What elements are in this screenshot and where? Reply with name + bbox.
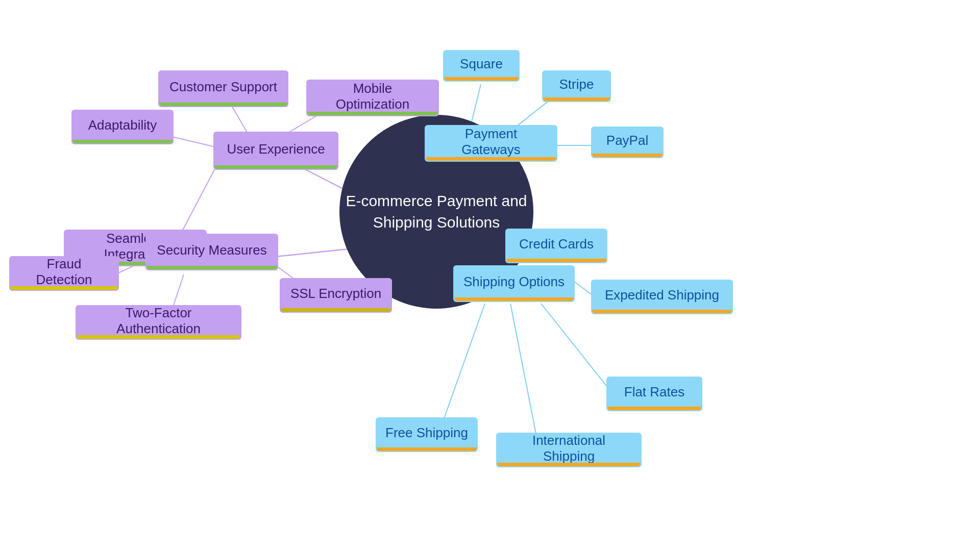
svg-line-16 bbox=[541, 304, 610, 390]
underline bbox=[497, 463, 641, 466]
node-mobile-optimization[interactable]: Mobile Optimization bbox=[306, 80, 439, 116]
node-credit-cards[interactable]: Credit Cards bbox=[505, 229, 607, 263]
underline bbox=[307, 112, 438, 115]
label-ssl-encryption: SSL Encryption bbox=[290, 286, 381, 302]
underline bbox=[146, 266, 277, 269]
node-two-factor-auth[interactable]: Two-Factor Authentication bbox=[76, 305, 241, 340]
node-shipping-options[interactable]: Shipping Options bbox=[453, 265, 575, 302]
node-ssl-encryption[interactable]: SSL Encryption bbox=[280, 278, 392, 313]
label-payment-gateways: Payment Gateways bbox=[434, 126, 548, 158]
label-shipping-options: Shipping Options bbox=[463, 274, 565, 290]
center-label: E-commerce Payment and Shipping Solution… bbox=[339, 185, 533, 238]
underline bbox=[426, 157, 556, 161]
label-stripe: Stripe bbox=[559, 77, 594, 92]
underline bbox=[543, 97, 610, 101]
node-international-shipping[interactable]: International Shipping bbox=[496, 433, 642, 467]
underline bbox=[10, 286, 118, 290]
label-mobile-optimization: Mobile Optimization bbox=[315, 81, 430, 112]
label-user-experience: User Experience bbox=[227, 141, 325, 157]
label-international-shipping: International Shipping bbox=[505, 433, 632, 464]
label-paypal: PayPal bbox=[606, 133, 648, 148]
label-customer-support: Customer Support bbox=[169, 79, 277, 95]
underline bbox=[377, 447, 477, 451]
node-stripe[interactable]: Stripe bbox=[542, 70, 611, 102]
underline bbox=[444, 77, 519, 81]
underline bbox=[592, 154, 663, 157]
label-flat-rates: Flat Rates bbox=[624, 384, 685, 400]
node-user-experience[interactable]: User Experience bbox=[213, 132, 338, 170]
node-flat-rates[interactable]: Flat Rates bbox=[606, 377, 702, 411]
underline bbox=[506, 259, 606, 262]
node-security-measures[interactable]: Security Measures bbox=[145, 234, 278, 270]
underline bbox=[454, 297, 574, 301]
underline bbox=[592, 310, 732, 313]
svg-line-8 bbox=[174, 274, 184, 305]
label-adaptability: Adaptability bbox=[88, 117, 157, 133]
underline bbox=[607, 407, 701, 410]
node-expedited-shipping[interactable]: Expedited Shipping bbox=[591, 280, 733, 314]
label-expedited-shipping: Expedited Shipping bbox=[605, 287, 719, 303]
label-square: Square bbox=[460, 56, 503, 72]
label-credit-cards: Credit Cards bbox=[519, 236, 594, 252]
label-security-measures: Security Measures bbox=[157, 242, 266, 258]
label-free-shipping: Free Shipping bbox=[385, 425, 468, 441]
underline bbox=[281, 308, 391, 312]
svg-line-17 bbox=[444, 304, 485, 418]
underline bbox=[159, 103, 287, 106]
label-fraud-detection: Fraud Detection bbox=[18, 256, 110, 288]
underline bbox=[214, 165, 337, 169]
node-adaptability[interactable]: Adaptability bbox=[71, 110, 174, 144]
node-free-shipping[interactable]: Free Shipping bbox=[376, 417, 478, 452]
node-customer-support[interactable]: Customer Support bbox=[158, 70, 288, 107]
underline bbox=[72, 140, 173, 143]
label-two-factor-auth: Two-Factor Authentication bbox=[85, 305, 232, 337]
node-payment-gateways[interactable]: Payment Gateways bbox=[425, 125, 557, 162]
node-square[interactable]: Square bbox=[443, 50, 520, 82]
svg-line-18 bbox=[510, 304, 536, 434]
node-fraud-detection[interactable]: Fraud Detection bbox=[9, 256, 119, 291]
underline bbox=[77, 335, 240, 339]
node-paypal[interactable]: PayPal bbox=[591, 127, 664, 158]
